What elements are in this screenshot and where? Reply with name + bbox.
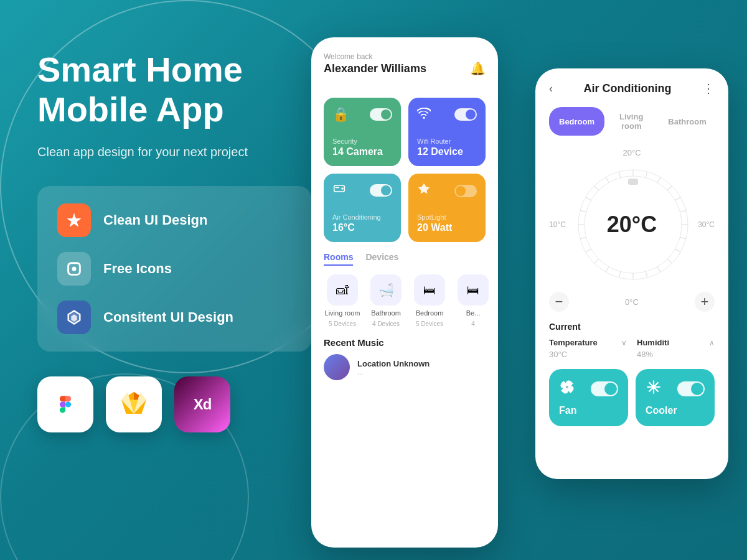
bedroom-name: Bedroom (416, 309, 444, 317)
svg-line-35 (594, 186, 599, 190)
fan-card[interactable]: Fan (549, 369, 628, 426)
svg-line-25 (646, 271, 647, 278)
cooler-icon (646, 379, 662, 399)
tools-row: Xd (37, 376, 311, 432)
consistent-ui-label: Consitent UI Design (103, 309, 233, 325)
extra-room-devices: 4 (471, 320, 475, 327)
room-selector: Bedroom Living room Bathroom (549, 107, 715, 136)
current-section-label: Current (549, 322, 715, 332)
feature-clean-ui: Clean UI Design (57, 203, 291, 237)
toggle-knob (466, 110, 476, 119)
phone-header: Welcome back Alexander Williams 🔔 (324, 52, 486, 88)
ac-type: Air Conditioning (332, 213, 392, 221)
bathroom-devices: 4 Devices (372, 320, 400, 327)
svg-point-39 (566, 386, 568, 388)
svg-line-16 (657, 177, 660, 183)
spotlight-card[interactable]: SpotLight 20 Watt (408, 174, 486, 242)
svg-line-18 (675, 197, 680, 200)
svg-rect-9 (335, 187, 339, 189)
clean-ui-icon (57, 203, 91, 237)
toggle-knob (456, 186, 466, 196)
svg-point-1 (72, 266, 77, 271)
security-toggle[interactable] (370, 108, 392, 121)
left-section: Smart Home Mobile App Clean app design f… (37, 50, 311, 432)
feature-consistent-ui: Consitent UI Design (57, 301, 291, 334)
ac-toggle[interactable] (370, 184, 392, 197)
more-options-icon[interactable]: ⋮ (702, 81, 715, 96)
temperature-value: 30°C (549, 350, 627, 359)
bathroom-btn[interactable]: Bathroom (658, 107, 716, 136)
extra-room-name: Be... (466, 309, 481, 317)
living-room-btn[interactable]: Living room (609, 107, 653, 136)
sketch-icon (106, 376, 162, 432)
music-info: Location Unknown ... (357, 359, 486, 376)
consistent-ui-icon (57, 301, 91, 334)
free-icons-icon (57, 252, 91, 286)
svg-line-29 (594, 259, 599, 263)
humidity-chevron-icon[interactable]: ∧ (709, 338, 715, 347)
temp-increase-btn[interactable]: + (695, 292, 715, 312)
room-bedroom[interactable]: 🛏 Bedroom 5 Devices (411, 274, 448, 327)
temp-decrease-btn[interactable]: − (549, 292, 569, 312)
back-arrow-icon[interactable]: ‹ (549, 82, 553, 95)
bedroom-btn[interactable]: Bedroom (549, 107, 604, 136)
wifi-toggle[interactable] (454, 108, 477, 121)
temperature-chevron-icon[interactable]: ∨ (621, 338, 627, 347)
spotlight-icon (417, 182, 431, 200)
feature-card: Clean UI Design Free Icons Consitent UI … (37, 186, 311, 352)
spotlight-type: SpotLight (417, 213, 477, 221)
bedroom-icon: 🛏 (414, 274, 445, 306)
fan-label: Fan (559, 405, 618, 416)
notification-bell-icon[interactable]: 🔔 (470, 61, 486, 76)
phone-middle: Welcome back Alexander Williams 🔔 🔒 Secu… (311, 37, 498, 548)
wifi-type: Wifi Router (417, 138, 477, 145)
feature-free-icons: Free Icons (57, 252, 291, 286)
room-living[interactable]: 🛋 Living room 5 Devices (324, 274, 361, 327)
rooms-row: 🛋 Living room 5 Devices 🛁 Bathroom 4 Dev… (324, 274, 486, 327)
security-type: Security (332, 138, 392, 145)
right-title: Air Conditioning (584, 82, 672, 95)
right-header: ‹ Air Conditioning ⋮ (549, 81, 715, 96)
cooler-toggle-knob (691, 383, 703, 395)
spotlight-toggle[interactable] (454, 185, 477, 197)
wifi-card[interactable]: Wifi Router 12 Device (408, 98, 486, 166)
ac-card[interactable]: Air Conditioning 16°C (324, 174, 401, 242)
svg-line-30 (586, 249, 591, 252)
room-bathroom[interactable]: 🛁 Bathroom 4 Devices (367, 274, 405, 327)
fan-toggle[interactable] (591, 381, 618, 396)
living-room-devices: 5 Devices (329, 320, 356, 327)
page-title: Smart Home Mobile App (37, 50, 311, 130)
dial-wrapper[interactable]: 20°C (571, 162, 693, 287)
recent-music-title: Recent Music (324, 337, 486, 348)
svg-point-10 (341, 187, 343, 189)
svg-line-34 (586, 197, 591, 200)
free-icons-label: Free Icons (103, 261, 172, 277)
humidity-name: Humiditi (637, 338, 669, 347)
bedroom-devices: 5 Devices (416, 320, 443, 327)
tab-devices[interactable]: Devices (365, 252, 398, 266)
temp-controls-row: − 0°C + (549, 292, 715, 312)
temp-left-label: 10°C (549, 220, 566, 229)
cooler-card[interactable]: Cooler (636, 369, 715, 426)
music-avatar (324, 354, 350, 380)
music-item[interactable]: Location Unknown ... (324, 354, 486, 380)
svg-line-37 (619, 172, 621, 178)
svg-line-36 (606, 177, 609, 183)
cooler-toggle[interactable] (677, 381, 705, 396)
subtitle: Clean app design for your next project (37, 142, 311, 161)
welcome-text: Welcome back (324, 52, 426, 61)
svg-line-28 (606, 267, 609, 273)
figma-icon (37, 376, 93, 432)
svg-rect-38 (628, 179, 638, 185)
ac-icon (332, 182, 346, 198)
security-card[interactable]: 🔒 Security 14 Camera (324, 98, 401, 166)
temp-right-label: 30°C (698, 220, 715, 229)
svg-line-22 (675, 249, 680, 252)
svg-line-23 (667, 259, 672, 263)
room-extra[interactable]: 🛏 Be... 4 (454, 274, 492, 327)
user-name: Alexander Williams (324, 62, 426, 75)
phone-right: ‹ Air Conditioning ⋮ Bedroom Living room… (535, 68, 728, 479)
security-icon: 🔒 (332, 106, 349, 123)
tab-rooms[interactable]: Rooms (324, 252, 353, 266)
humidity-item: Humiditi ∧ 48% (637, 338, 715, 359)
